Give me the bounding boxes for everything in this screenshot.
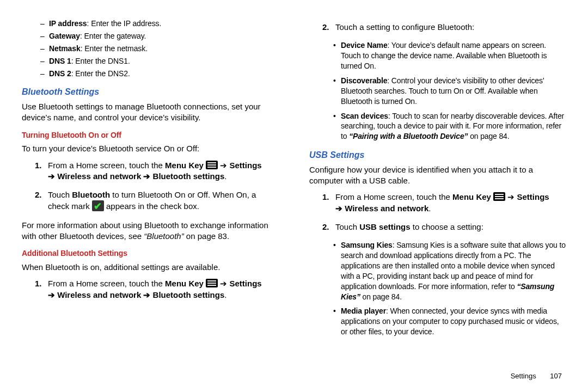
usb-options: Samsung Kies: Samsung Kies is a software…	[309, 240, 566, 337]
manual-page: IP address: Enter the IP address. Gatewa…	[0, 0, 588, 341]
opt-media-player: Media player: When connected, your devic…	[341, 306, 566, 337]
footer-label: Settings	[511, 372, 536, 380]
arrow: ➔	[218, 161, 229, 170]
desc: : Enter the DNS2.	[71, 69, 130, 78]
configure-bt-steps: Touch a setting to configure Bluetooth:	[309, 22, 566, 33]
turning-bt-steps: From a Home screen, touch the Menu Key ➔…	[22, 160, 279, 212]
menukey-label: Menu Key	[452, 192, 491, 201]
heading-additional-bt: Additional Bluetooth Settings	[22, 248, 279, 259]
opt-scan-devices: Scan devices: Touch to scan for nearby d…	[341, 111, 566, 142]
heading-turning-bt: Turning Bluetooth On or Off	[22, 130, 279, 140]
d: appears in the check box.	[104, 201, 199, 211]
dash-ip: IP address: Enter the IP address.	[49, 19, 279, 29]
dash-netmask: Netmask: Enter the netmask.	[49, 44, 279, 54]
dot: .	[224, 171, 226, 181]
step-2: Touch USB settings to choose a setting:	[335, 222, 566, 232]
term: DNS 2	[49, 69, 71, 78]
step-1: From a Home screen, touch the Menu Key ➔…	[335, 192, 566, 214]
menukey-label: Menu Key	[165, 161, 204, 170]
left-column: IP address: Enter the IP address. Gatewa…	[22, 16, 279, 341]
wn-label: Wireless and network	[345, 204, 428, 213]
term: DNS 1	[49, 57, 71, 65]
page-footer: Settings 107	[511, 371, 562, 381]
ref: “Pairing with a Bluetooth Device”	[349, 132, 468, 140]
arrow: ➔	[48, 171, 57, 181]
step-1: From a Home screen, touch the Menu Key ➔…	[48, 278, 279, 301]
bts-label: Bluetooth settings	[153, 171, 225, 181]
ref: “Bluetooth”	[144, 231, 183, 241]
heading-bluetooth-settings: Bluetooth Settings	[22, 86, 279, 98]
term: Discoverable	[341, 76, 387, 85]
arrow: ➔	[141, 171, 152, 181]
term: Device Name	[341, 41, 388, 50]
bts-label: Bluetooth settings	[153, 290, 225, 299]
desc: : Enter the DNS1.	[71, 57, 130, 65]
c: to choose a setting:	[411, 222, 483, 231]
arrow: ➔	[505, 192, 517, 201]
opt-samsung-kies: Samsung Kies: Samsung Kies is a software…	[341, 240, 566, 302]
term: Gateway	[49, 32, 80, 40]
menukey-label: Menu Key	[165, 279, 204, 288]
b: on page 84.	[360, 292, 402, 301]
dash-dns2: DNS 2: Enter the DNS2.	[49, 69, 279, 79]
bt-label: Bluetooth	[72, 190, 110, 199]
term: Netmask	[49, 44, 81, 53]
turning-bt-intro: To turn your device’s Bluetooth service …	[22, 143, 279, 154]
b: USB settings	[359, 222, 410, 231]
settings-label: Settings	[229, 279, 261, 288]
arrow: ➔	[335, 204, 345, 213]
desc: : Enter the gateway.	[80, 32, 146, 40]
usb-intro: Configure how your device is identified …	[309, 164, 566, 187]
right-column: Touch a setting to configure Bluetooth: …	[309, 16, 566, 341]
step-2: Touch a setting to configure Bluetooth:	[335, 22, 566, 33]
additional-bt-intro: When Bluetooth is on, additional setting…	[22, 262, 279, 273]
settings-label: Settings	[517, 192, 549, 201]
desc: : Enter the netmask.	[81, 44, 148, 53]
wn-label: Wireless and network	[57, 290, 141, 299]
bluetooth-intro: Use Bluetooth settings to manage Bluetoo…	[22, 101, 279, 124]
step-2: Touch Bluetooth to turn Bluetooth On or …	[48, 189, 279, 212]
menu-key-icon	[206, 161, 218, 169]
opt-device-name: Device Name: Your device’s default name …	[341, 40, 566, 71]
step-1: From a Home screen, touch the Menu Key ➔…	[48, 160, 279, 182]
additional-bt-steps: From a Home screen, touch the Menu Key ➔…	[22, 278, 279, 301]
menu-key-icon	[493, 192, 505, 201]
heading-usb-settings: USB Settings	[309, 149, 566, 161]
dash-dns1: DNS 1: Enter the DNS1.	[49, 56, 279, 66]
dot: .	[428, 204, 431, 213]
term: IP address	[49, 19, 87, 28]
desc: : Enter the IP address.	[87, 19, 162, 28]
a: Touch	[48, 190, 72, 199]
arrow: ➔	[218, 279, 229, 288]
footer-page: 107	[550, 372, 562, 380]
ip-config-list: IP address: Enter the IP address. Gatewa…	[22, 19, 279, 78]
wn-label: Wireless and network	[57, 171, 141, 181]
arrow: ➔	[141, 290, 152, 299]
usb-steps: From a Home screen, touch the Menu Key ➔…	[309, 192, 566, 232]
a: Touch	[335, 222, 359, 231]
term: Media player	[341, 307, 386, 315]
pre: From a Home screen, touch the	[48, 279, 165, 288]
term: Samsung Kies	[341, 241, 393, 249]
opt-discoverable: Discoverable: Control your device’s visi…	[341, 76, 566, 107]
check-icon	[92, 200, 104, 211]
menu-key-icon	[206, 279, 218, 287]
settings-label: Settings	[229, 161, 261, 170]
b: on page 84.	[468, 132, 509, 140]
intro: Touch a setting to configure Bluetooth:	[335, 22, 474, 32]
pre: From a Home screen, touch the	[48, 161, 165, 170]
dot: .	[224, 290, 226, 299]
b: on page 83.	[184, 231, 229, 241]
dash-gateway: Gateway: Enter the gateway.	[49, 31, 279, 41]
bt-more-info: For more information about using Bluetoo…	[22, 220, 279, 242]
arrow: ➔	[48, 290, 57, 299]
bt-options: Device Name: Your device’s default name …	[309, 40, 566, 142]
term: Scan devices	[341, 112, 388, 120]
pre: From a Home screen, touch the	[335, 192, 452, 201]
